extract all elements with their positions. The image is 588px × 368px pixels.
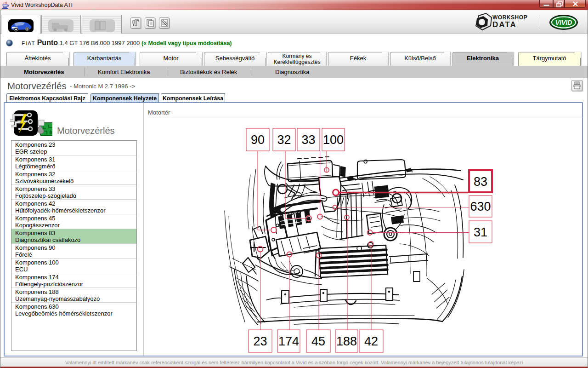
svg-text:174: 174 [278, 334, 299, 348]
svg-text:WORKSHOP: WORKSHOP [492, 14, 527, 21]
svg-text:45: 45 [311, 334, 325, 348]
svg-text:188: 188 [336, 334, 357, 348]
svg-text:90: 90 [251, 133, 265, 147]
svg-text:31: 31 [474, 225, 487, 239]
svg-text:42: 42 [364, 334, 378, 348]
svg-text:VIVID: VIVID [555, 19, 572, 26]
svg-text:®: ® [526, 15, 528, 17]
svg-text:33: 33 [301, 133, 315, 147]
svg-text:100: 100 [323, 133, 344, 147]
svg-text:DATA: DATA [492, 20, 517, 29]
svg-text:32: 32 [277, 133, 291, 147]
svg-text:23: 23 [253, 334, 267, 348]
svg-text:630: 630 [470, 200, 491, 213]
svg-text:83: 83 [474, 175, 487, 189]
